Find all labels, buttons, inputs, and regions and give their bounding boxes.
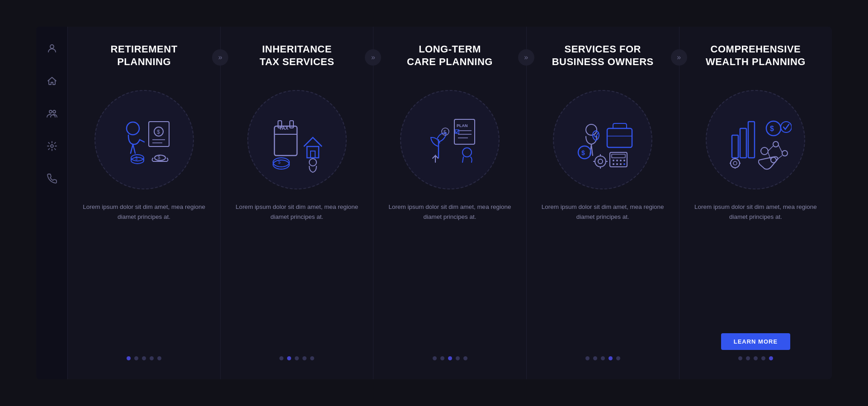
card-retirement-title: RETIREMENTPLANNING [111,43,178,79]
svg-text:$: $ [278,160,281,165]
dots-business [585,356,620,360]
dot-4[interactable] [456,356,460,360]
svg-text:$: $ [770,125,774,132]
svg-point-53 [598,159,603,164]
cards-area: » RETIREMENTPLANNING $ [68,27,832,379]
svg-text:TAX: TAX [279,125,289,131]
svg-point-0 [50,45,54,48]
dot-1[interactable] [585,356,590,360]
svg-point-45 [616,160,618,161]
svg-rect-20 [290,121,293,128]
illustration-longterm: PLAN $ [400,90,500,189]
dot-3[interactable] [448,356,452,360]
illustration-retirement: $ $ $ [94,90,194,189]
dot-2[interactable] [134,356,138,360]
card-business-desc: Lorem ipsum dolor sit dim amet, mea regi… [539,202,666,348]
dot-2[interactable] [440,356,444,360]
svg-text:$: $ [135,156,138,161]
learn-more-button[interactable]: LEARN MORE [721,333,790,350]
card-retirement-desc: Lorem ipsum dolor sit dim amet, mea regi… [80,202,208,348]
card-inheritance: » INHERITANCETAX SERVICES TAX [221,27,373,379]
svg-rect-58 [732,135,738,158]
svg-text:$: $ [157,129,160,135]
dots-wealth [738,356,773,360]
dot-4[interactable] [761,356,765,360]
dot-3[interactable] [295,356,299,360]
svg-point-49 [616,163,618,165]
svg-point-65 [782,151,788,156]
dot-1[interactable] [279,356,283,360]
svg-point-24 [309,159,316,166]
dot-3[interactable] [142,356,146,360]
dot-5[interactable] [769,356,773,360]
svg-rect-43 [612,154,625,158]
svg-point-2 [53,110,56,113]
card-wealth-title: COMPREHENSIVEWEALTH PLANNING [706,43,806,79]
card-business-title: SERVICES FORBUSINESS OWNERS [552,43,654,79]
card-longterm-desc: Lorem ipsum dolor sit dim amet, mea regi… [386,202,513,348]
card-inheritance-title: INHERITANCETAX SERVICES [259,43,334,79]
card-longterm-title: LONG-TERMCARE PLANNING [407,43,493,79]
dot-4[interactable] [302,356,307,360]
dot-2[interactable] [287,356,291,360]
svg-point-39 [586,124,597,135]
card-business: » SERVICES FORBUSINESS OWNERS [527,27,679,379]
svg-point-52 [595,156,606,167]
card-wealth: COMPREHENSIVEWEALTH PLANNING $ [679,27,832,379]
svg-line-67 [768,146,773,151]
svg-text:PLAN: PLAN [457,123,468,128]
dot-4[interactable] [609,356,613,360]
home-icon[interactable] [44,73,60,89]
svg-point-63 [761,147,768,155]
svg-rect-37 [607,128,632,147]
illustration-business: $ [553,90,652,189]
dot-5[interactable] [157,356,161,360]
svg-point-36 [462,148,472,157]
svg-point-47 [623,160,625,161]
dots-inheritance [279,356,314,360]
svg-point-51 [623,163,625,165]
dot-3[interactable] [601,356,605,360]
arrow-1: » [212,49,228,66]
card-retirement: » RETIREMENTPLANNING $ [68,27,221,379]
arrow-3: » [518,49,534,66]
dot-5[interactable] [616,356,620,360]
dot-5[interactable] [310,356,314,360]
main-container: » RETIREMENTPLANNING $ [36,27,832,379]
dot-2[interactable] [593,356,597,360]
svg-point-50 [620,163,622,165]
svg-rect-59 [740,128,746,158]
settings-icon[interactable] [44,138,60,154]
svg-point-25 [273,160,289,169]
arrow-2: » [365,49,381,66]
svg-point-72 [733,161,737,165]
svg-rect-23 [311,151,315,158]
svg-text:$: $ [581,149,585,156]
dot-1[interactable] [433,356,437,360]
dot-2[interactable] [746,356,750,360]
card-wealth-desc: Lorem ipsum dolor sit dim amet, mea regi… [692,202,819,264]
dot-5[interactable] [463,356,467,360]
dot-4[interactable] [150,356,154,360]
svg-point-4 [127,122,139,135]
svg-text:$: $ [158,155,160,160]
svg-text:$: $ [443,130,446,135]
people-icon[interactable] [44,105,60,122]
user-icon[interactable] [44,40,60,57]
dot-1[interactable] [738,356,742,360]
svg-rect-22 [307,146,319,158]
svg-point-77 [781,122,792,132]
svg-point-46 [620,160,622,161]
svg-line-69 [778,145,782,152]
svg-point-1 [49,110,52,113]
svg-rect-60 [748,122,755,158]
sidebar [36,27,68,379]
svg-point-48 [613,163,614,165]
svg-point-3 [51,145,53,147]
dot-3[interactable] [754,356,758,360]
svg-point-26 [273,158,289,167]
card-longterm: » LONG-TERMCARE PLANNING PLAN [373,27,526,379]
arrow-4: » [671,49,687,66]
dot-1[interactable] [127,356,131,360]
phone-icon[interactable] [44,170,60,187]
